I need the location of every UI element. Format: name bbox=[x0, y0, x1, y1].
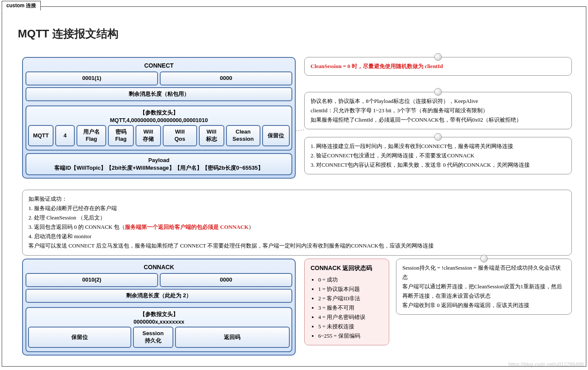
connack-field: Session持久化 bbox=[133, 327, 173, 348]
note-handle-icon bbox=[434, 88, 442, 96]
connack-field: 保留位 bbox=[28, 327, 131, 348]
connect-flags: 0000 bbox=[160, 71, 292, 85]
code-item: 6~255 = 保留编码 bbox=[318, 331, 383, 341]
connack-name: CONNACK bbox=[25, 262, 292, 273]
connect-field: 用户名Flag bbox=[76, 125, 106, 146]
connack-return-codes: CONNACK 返回状态码 0 = 成功1 = 协议版本问题2 = 客户端ID非… bbox=[304, 259, 389, 345]
note-line: Session持久化 = !cleanSession = 服务端是否已经成功持久… bbox=[402, 263, 565, 282]
note4-header: 如果验证成功： bbox=[28, 194, 565, 204]
note-line: 3. 对CONNECT包内容认证和授权，如果失败，发送非 0 代码的CONNAC… bbox=[311, 160, 565, 170]
connect-varheader-title: 【参数报文头】 MQTT,4,00000000,00000000,0000101… bbox=[28, 108, 290, 125]
connect-field: 4 bbox=[55, 125, 74, 146]
connect-payload: Payload 客端ID【WillTopic】【2bit长度+WillMessa… bbox=[25, 153, 292, 175]
note-line: 如果服务端拒绝了ClientId，必须返回一个CONNACK包，带有代码0x02… bbox=[311, 115, 565, 125]
note-handle-icon bbox=[434, 53, 442, 61]
codes-title: CONNACK 返回状态码 bbox=[311, 263, 383, 273]
connect-field: Will标志 bbox=[199, 125, 224, 146]
note-handle-icon bbox=[480, 255, 488, 262]
connect-name: CONNECT bbox=[25, 60, 292, 71]
note-line: 客户端可以通过断开连接，把CleanSession设置为1重新连接，然后再断开连… bbox=[402, 282, 565, 301]
connack-packet: CONNACK 0010(2) 0000 剩余消息长度（此处为 2） 【参数报文… bbox=[22, 259, 296, 356]
note4-item4: 4. 启动消息传递和 monitor bbox=[28, 232, 565, 241]
note-handle-icon bbox=[434, 133, 442, 141]
code-item: 1 = 协议版本问题 bbox=[318, 285, 383, 294]
note-line: clientId：只允许数字字母 1~23 bit，3个字节（有的服务端可能没有… bbox=[311, 106, 565, 115]
connect-field: MQTT bbox=[28, 125, 54, 146]
watermark: https://blog.csdn.net/u012296499 bbox=[509, 361, 584, 367]
connect-field: CleanSession bbox=[226, 125, 260, 146]
connect-field: WillQos bbox=[163, 125, 197, 146]
code-item: 4 = 用户名密码错误 bbox=[318, 313, 383, 322]
note4-footer: 客户端可以发送 CONNECT 后立马发送包，服务端如果拒绝了 CONNECT … bbox=[28, 241, 565, 250]
connack-remaining: 剩余消息长度（此处为 2） bbox=[25, 289, 292, 303]
connack-flags: 0000 bbox=[160, 273, 292, 287]
connect-field: 保留位 bbox=[262, 125, 290, 146]
note-cleansession: CleanSession = 0 时，尽量避免使用随机数做为 clientId bbox=[304, 57, 572, 76]
connect-typecode: 0001(1) bbox=[25, 71, 158, 85]
code-item: 2 = 客户端ID非法 bbox=[318, 294, 383, 303]
connect-field: Will存储 bbox=[136, 125, 161, 146]
connack-varheader: 【参数报文头】 0000000x,xxxxxxxx 保留位Session持久化返… bbox=[25, 307, 292, 352]
connect-remaining: 剩余消息长度（粘包用） bbox=[25, 87, 292, 101]
code-item: 3 = 服务不可用 bbox=[318, 303, 383, 313]
connect-varheader: 【参数报文头】 MQTT,4,00000000,00000000,0000101… bbox=[25, 105, 292, 151]
code-item: 0 = 成功 bbox=[318, 275, 383, 285]
note-session-persist: Session持久化 = !cleanSession = 服务端是否已经成功持久… bbox=[396, 259, 572, 315]
note4-item3: 3. 返回包含返回码 0 的 CONNACK 包（服务端第一个返回给客户端的包必… bbox=[28, 222, 565, 232]
tab-custom[interactable]: custom 连接 bbox=[2, 1, 41, 11]
note-validation-success: 如果验证成功： 1. 服务端必须断开已经存在的客户端 2. 处理 CleanSe… bbox=[22, 190, 572, 256]
note4-item1: 1. 服务端必须断开已经存在的客户端 bbox=[28, 204, 565, 213]
page-title: MQTT 连接报文结构 bbox=[18, 26, 119, 41]
connack-typecode: 0010(2) bbox=[25, 273, 158, 287]
note-line: 2. 验证CONNECT包没通过，关闭网络连接，不需要发送CONNACK bbox=[311, 151, 565, 160]
note4-item2: 2. 处理 CleanSession （见后文） bbox=[28, 213, 565, 222]
connack-field: 返回码 bbox=[175, 327, 290, 348]
note-connect-validation: 1. 网络连接建立后一段时间内，如果没有收到CONNECT包，服务端将关闭网络连… bbox=[304, 137, 572, 174]
note-line: 1. 网络连接建立后一段时间内，如果没有收到CONNECT包，服务端将关闭网络连… bbox=[311, 142, 565, 151]
code-item: 5 = 未授权连接 bbox=[318, 322, 383, 331]
connect-field: 密码Flag bbox=[108, 125, 133, 146]
note-line: 客户端收到非 0 返回码的服务端返回，应该关闭连接 bbox=[402, 301, 565, 310]
note-line: 协议名称，协议版本，8个Playload标志位（连接标识符），KeepAlive bbox=[311, 97, 565, 106]
payload-sub: 客端ID【WillTopic】【2bit长度+WillMessage】【用户名】… bbox=[54, 165, 263, 171]
connect-fields-row: MQTT4用户名Flag密码FlagWill存储WillQosWill标志Cle… bbox=[28, 125, 290, 146]
connect-packet: CONNECT 0001(1) 0000 剩余消息长度（粘包用） 【参数报文头】… bbox=[22, 57, 296, 179]
payload-title: Payload bbox=[148, 157, 170, 163]
note-protocol: 协议名称，协议版本，8个Playload标志位（连接标识符），KeepAlive… bbox=[304, 92, 572, 129]
